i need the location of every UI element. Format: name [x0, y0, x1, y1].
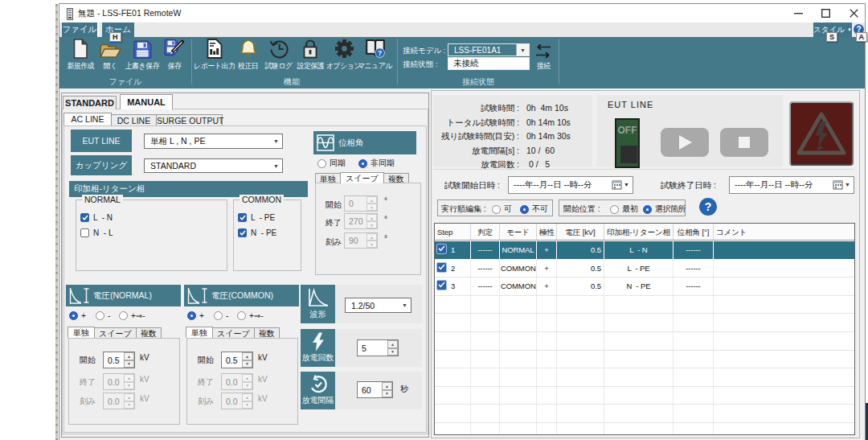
comment-cell[interactable]	[714, 278, 854, 295]
mode-cell[interactable]: COMMON	[500, 278, 537, 295]
spinner-buttons[interactable]: ▲▼	[366, 233, 377, 248]
tab-manual[interactable]: MANUAL	[120, 94, 173, 109]
column-header[interactable]: 判定	[471, 224, 500, 240]
comment-cell[interactable]	[714, 241, 854, 259]
spinner-buttons[interactable]: ▲▼	[382, 382, 392, 397]
spinner-up-icon[interactable]: ▲	[124, 393, 134, 401]
tab-file[interactable]: ファイル	[62, 23, 99, 37]
calendar-dropdown-icon[interactable]: ▼	[612, 179, 629, 190]
vn-both-radio[interactable]: +⇒-	[119, 311, 145, 320]
spinner-down-icon[interactable]: ▼	[242, 360, 252, 368]
phase-cell[interactable]: L - PE	[604, 260, 674, 278]
common-npe-checkbox[interactable]: N - PE	[238, 228, 276, 237]
spinner-buttons[interactable]: ▲▼	[366, 214, 377, 228]
phase-step-spinner[interactable]: 90 ▲▼	[344, 232, 378, 249]
spinner-up-icon[interactable]: ▲	[366, 214, 377, 221]
start-pos-selected-radio[interactable]: 選択箇所	[643, 204, 686, 215]
judge-cell[interactable]: ------	[471, 260, 500, 278]
column-header[interactable]: コメント	[714, 224, 854, 240]
ribbon-button-protect[interactable]: 設定保護	[291, 39, 330, 72]
vc-end-spinner[interactable]: 0.0 ▲▼	[221, 373, 253, 390]
judge-cell[interactable]: ------	[471, 241, 500, 259]
polarity-cell[interactable]: +	[537, 260, 557, 278]
vn-tab-sweep[interactable]: スイープ	[94, 327, 137, 338]
mode-cell[interactable]: COMMON	[500, 260, 537, 278]
spinner-buttons[interactable]: ▲▼	[124, 352, 134, 368]
phase-cell[interactable]: N - PE	[604, 278, 674, 295]
spinner-down-icon[interactable]: ▼	[387, 348, 398, 356]
polarity-cell[interactable]: +	[537, 241, 557, 259]
spinner-down-icon[interactable]: ▼	[124, 360, 134, 368]
polarity-cell[interactable]: +	[537, 278, 557, 295]
column-header[interactable]: 印加相-リターン相	[604, 224, 674, 240]
angle-cell[interactable]: ------	[674, 260, 714, 278]
spinner-up-icon[interactable]: ▲	[242, 393, 252, 401]
step-cell[interactable]: 1	[435, 241, 471, 259]
table-row[interactable]: 2------COMMON+0.5L - PE------	[435, 260, 854, 278]
spinner-up-icon[interactable]: ▲	[242, 352, 252, 360]
help-button[interactable]: ?	[699, 198, 717, 216]
spinner-buttons[interactable]: ▲▼	[124, 374, 134, 389]
spinner-buttons[interactable]: ▲▼	[242, 352, 252, 368]
tab-ac-line[interactable]: AC LINE	[63, 113, 112, 125]
spinner-down-icon[interactable]: ▼	[242, 382, 252, 390]
spinner-up-icon[interactable]: ▲	[124, 352, 134, 360]
start-test-button[interactable]	[661, 128, 709, 157]
maximize-button[interactable]	[813, 4, 837, 22]
stop-test-button[interactable]	[720, 128, 768, 157]
ribbon-button-calibration[interactable]: 校正日	[234, 39, 263, 72]
test-start-datetime-picker[interactable]: ----年--月--日 --時--分 ▼	[508, 176, 633, 194]
vn-step-spinner[interactable]: 0.0 ▲▼	[103, 393, 135, 409]
vn-end-spinner[interactable]: 0.0 ▲▼	[103, 373, 135, 390]
normal-nl-checkbox[interactable]: N - L	[80, 228, 113, 237]
spinner-up-icon[interactable]: ▲	[387, 340, 398, 348]
phase-cell[interactable]: L - N	[604, 241, 674, 259]
spinner-buttons[interactable]: ▲▼	[242, 393, 252, 409]
phase-start-spinner[interactable]: 0 ▲▼	[344, 195, 378, 212]
column-header[interactable]: モード	[500, 224, 537, 240]
judge-cell[interactable]: ------	[471, 278, 500, 295]
spinner-buttons[interactable]: ▲▼	[242, 374, 252, 389]
vc-step-spinner[interactable]: 0.0 ▲▼	[221, 393, 253, 409]
step-cell[interactable]: 3	[435, 278, 471, 295]
vc-minus-radio[interactable]: -	[214, 311, 228, 320]
spinner-up-icon[interactable]: ▲	[366, 233, 377, 241]
column-header[interactable]: Step	[435, 224, 471, 240]
tab-surge-output[interactable]: SURGE OUTPUT	[156, 114, 223, 125]
voltage-cell[interactable]: 0.5	[557, 241, 604, 259]
eut-line-switch[interactable]: OFF	[615, 118, 640, 168]
connect-model-combo[interactable]: LSS-FE01A1 ▼	[448, 43, 530, 56]
ribbon-button-manual[interactable]: ? マニュアル	[356, 39, 395, 72]
eut-line-select[interactable]: 単相 L , N , PE ▼	[144, 134, 283, 149]
ribbon-button-save[interactable]: 上書き保存	[118, 39, 166, 72]
checkbox-checked-icon[interactable]	[436, 262, 447, 273]
vc-both-radio[interactable]: +⇒-	[237, 311, 264, 320]
spinner-down-icon[interactable]: ▼	[124, 382, 134, 390]
vc-tab-sweep[interactable]: スイープ	[212, 327, 255, 338]
minimize-button[interactable]	[786, 4, 810, 22]
vc-tab-multi[interactable]: 複数	[254, 327, 280, 338]
spinner-buttons[interactable]: ▲▼	[124, 393, 134, 409]
tab-dc-line[interactable]: DC LINE	[111, 114, 157, 125]
vn-tab-multi[interactable]: 複数	[136, 327, 162, 338]
spinner-down-icon[interactable]: ▼	[366, 204, 377, 211]
calendar-dropdown-icon[interactable]: ▼	[833, 179, 850, 190]
spinner-down-icon[interactable]: ▼	[382, 390, 392, 398]
coupling-select[interactable]: STANDARD ▼	[144, 158, 283, 173]
spinner-up-icon[interactable]: ▲	[124, 374, 134, 382]
exec-order-allow-radio[interactable]: 可	[492, 204, 512, 215]
vc-tab-single[interactable]: 単独	[186, 327, 213, 338]
phase-sync-radio[interactable]: 同期	[317, 158, 346, 169]
voltage-cell[interactable]: 0.5	[557, 278, 604, 295]
test-end-datetime-picker[interactable]: ----年--月--日 --時--分 ▼	[729, 176, 854, 194]
connect-button[interactable]: 接続	[532, 39, 555, 72]
comment-cell[interactable]	[714, 260, 854, 278]
spinner-down-icon[interactable]: ▼	[366, 241, 377, 248]
phase-tab-sweep[interactable]: スイープ	[340, 172, 384, 183]
voltage-cell[interactable]: 0.5	[557, 260, 604, 278]
spinner-down-icon[interactable]: ▼	[242, 401, 252, 409]
common-lpe-checkbox[interactable]: L - PE	[238, 213, 275, 222]
spinner-buttons[interactable]: ▲▼	[387, 340, 398, 356]
angle-cell[interactable]: ------	[674, 278, 714, 295]
ribbon-button-save-as[interactable]: 保存	[160, 39, 189, 72]
